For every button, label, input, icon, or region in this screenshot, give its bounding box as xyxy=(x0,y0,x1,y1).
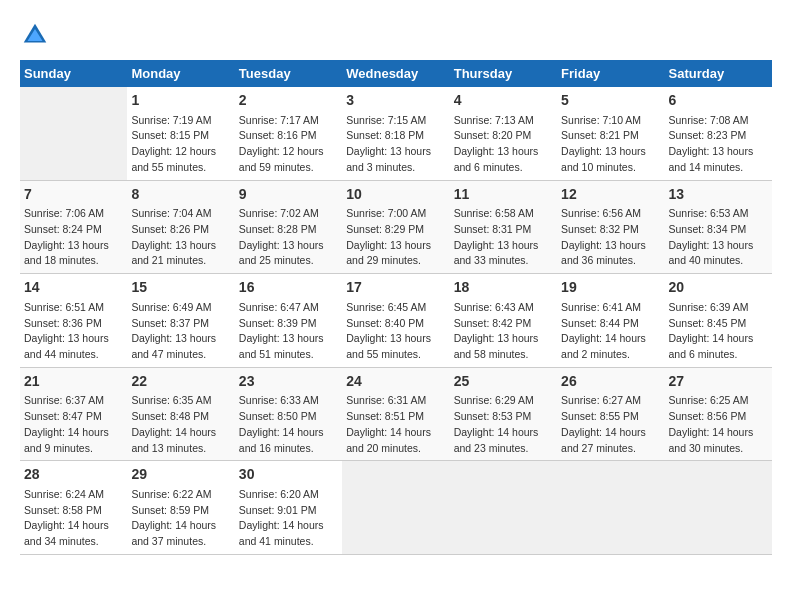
day-number: 27 xyxy=(669,372,768,392)
day-number: 30 xyxy=(239,465,338,485)
calendar-cell: 14Sunrise: 6:51 AMSunset: 8:36 PMDayligh… xyxy=(20,274,127,368)
day-number: 6 xyxy=(669,91,768,111)
calendar-cell: 24Sunrise: 6:31 AMSunset: 8:51 PMDayligh… xyxy=(342,367,449,461)
day-info: Sunrise: 7:02 AMSunset: 8:28 PMDaylight:… xyxy=(239,206,338,269)
header-day-sunday: Sunday xyxy=(20,60,127,87)
day-info: Sunrise: 6:37 AMSunset: 8:47 PMDaylight:… xyxy=(24,393,123,456)
day-number: 20 xyxy=(669,278,768,298)
header-day-friday: Friday xyxy=(557,60,664,87)
week-row-2: 14Sunrise: 6:51 AMSunset: 8:36 PMDayligh… xyxy=(20,274,772,368)
day-info: Sunrise: 6:47 AMSunset: 8:39 PMDaylight:… xyxy=(239,300,338,363)
day-info: Sunrise: 6:39 AMSunset: 8:45 PMDaylight:… xyxy=(669,300,768,363)
calendar-cell xyxy=(665,461,772,555)
calendar-cell: 25Sunrise: 6:29 AMSunset: 8:53 PMDayligh… xyxy=(450,367,557,461)
calendar-cell: 19Sunrise: 6:41 AMSunset: 8:44 PMDayligh… xyxy=(557,274,664,368)
day-number: 7 xyxy=(24,185,123,205)
day-number: 2 xyxy=(239,91,338,111)
week-row-3: 21Sunrise: 6:37 AMSunset: 8:47 PMDayligh… xyxy=(20,367,772,461)
day-number: 10 xyxy=(346,185,445,205)
day-number: 16 xyxy=(239,278,338,298)
day-info: Sunrise: 6:51 AMSunset: 8:36 PMDaylight:… xyxy=(24,300,123,363)
calendar-table: SundayMondayTuesdayWednesdayThursdayFrid… xyxy=(20,60,772,555)
calendar-cell: 23Sunrise: 6:33 AMSunset: 8:50 PMDayligh… xyxy=(235,367,342,461)
page-header xyxy=(20,20,772,50)
calendar-cell: 12Sunrise: 6:56 AMSunset: 8:32 PMDayligh… xyxy=(557,180,664,274)
header-row: SundayMondayTuesdayWednesdayThursdayFrid… xyxy=(20,60,772,87)
day-number: 4 xyxy=(454,91,553,111)
day-number: 9 xyxy=(239,185,338,205)
logo xyxy=(20,20,54,50)
day-number: 21 xyxy=(24,372,123,392)
calendar-cell: 21Sunrise: 6:37 AMSunset: 8:47 PMDayligh… xyxy=(20,367,127,461)
calendar-cell: 11Sunrise: 6:58 AMSunset: 8:31 PMDayligh… xyxy=(450,180,557,274)
day-info: Sunrise: 7:06 AMSunset: 8:24 PMDaylight:… xyxy=(24,206,123,269)
week-row-0: 1Sunrise: 7:19 AMSunset: 8:15 PMDaylight… xyxy=(20,87,772,180)
day-number: 8 xyxy=(131,185,230,205)
calendar-cell: 27Sunrise: 6:25 AMSunset: 8:56 PMDayligh… xyxy=(665,367,772,461)
day-info: Sunrise: 7:08 AMSunset: 8:23 PMDaylight:… xyxy=(669,113,768,176)
day-info: Sunrise: 6:24 AMSunset: 8:58 PMDaylight:… xyxy=(24,487,123,550)
day-info: Sunrise: 6:27 AMSunset: 8:55 PMDaylight:… xyxy=(561,393,660,456)
day-info: Sunrise: 6:56 AMSunset: 8:32 PMDaylight:… xyxy=(561,206,660,269)
day-number: 5 xyxy=(561,91,660,111)
calendar-cell: 9Sunrise: 7:02 AMSunset: 8:28 PMDaylight… xyxy=(235,180,342,274)
day-info: Sunrise: 6:31 AMSunset: 8:51 PMDaylight:… xyxy=(346,393,445,456)
week-row-4: 28Sunrise: 6:24 AMSunset: 8:58 PMDayligh… xyxy=(20,461,772,555)
calendar-cell: 17Sunrise: 6:45 AMSunset: 8:40 PMDayligh… xyxy=(342,274,449,368)
day-info: Sunrise: 6:41 AMSunset: 8:44 PMDaylight:… xyxy=(561,300,660,363)
calendar-cell: 10Sunrise: 7:00 AMSunset: 8:29 PMDayligh… xyxy=(342,180,449,274)
day-number: 25 xyxy=(454,372,553,392)
day-number: 1 xyxy=(131,91,230,111)
day-info: Sunrise: 6:35 AMSunset: 8:48 PMDaylight:… xyxy=(131,393,230,456)
calendar-body: 1Sunrise: 7:19 AMSunset: 8:15 PMDaylight… xyxy=(20,87,772,554)
header-day-saturday: Saturday xyxy=(665,60,772,87)
calendar-cell: 2Sunrise: 7:17 AMSunset: 8:16 PMDaylight… xyxy=(235,87,342,180)
day-info: Sunrise: 6:43 AMSunset: 8:42 PMDaylight:… xyxy=(454,300,553,363)
day-number: 29 xyxy=(131,465,230,485)
calendar-cell: 3Sunrise: 7:15 AMSunset: 8:18 PMDaylight… xyxy=(342,87,449,180)
day-number: 26 xyxy=(561,372,660,392)
calendar-cell: 13Sunrise: 6:53 AMSunset: 8:34 PMDayligh… xyxy=(665,180,772,274)
calendar-cell: 6Sunrise: 7:08 AMSunset: 8:23 PMDaylight… xyxy=(665,87,772,180)
day-info: Sunrise: 7:10 AMSunset: 8:21 PMDaylight:… xyxy=(561,113,660,176)
calendar-cell: 5Sunrise: 7:10 AMSunset: 8:21 PMDaylight… xyxy=(557,87,664,180)
day-info: Sunrise: 6:22 AMSunset: 8:59 PMDaylight:… xyxy=(131,487,230,550)
day-info: Sunrise: 7:17 AMSunset: 8:16 PMDaylight:… xyxy=(239,113,338,176)
day-number: 15 xyxy=(131,278,230,298)
day-info: Sunrise: 7:19 AMSunset: 8:15 PMDaylight:… xyxy=(131,113,230,176)
calendar-cell: 29Sunrise: 6:22 AMSunset: 8:59 PMDayligh… xyxy=(127,461,234,555)
calendar-cell xyxy=(20,87,127,180)
day-info: Sunrise: 6:45 AMSunset: 8:40 PMDaylight:… xyxy=(346,300,445,363)
calendar-cell: 20Sunrise: 6:39 AMSunset: 8:45 PMDayligh… xyxy=(665,274,772,368)
logo-icon xyxy=(20,20,50,50)
calendar-cell xyxy=(342,461,449,555)
calendar-cell xyxy=(450,461,557,555)
day-info: Sunrise: 6:58 AMSunset: 8:31 PMDaylight:… xyxy=(454,206,553,269)
calendar-cell: 30Sunrise: 6:20 AMSunset: 9:01 PMDayligh… xyxy=(235,461,342,555)
day-number: 3 xyxy=(346,91,445,111)
day-info: Sunrise: 6:53 AMSunset: 8:34 PMDaylight:… xyxy=(669,206,768,269)
day-number: 13 xyxy=(669,185,768,205)
calendar-cell: 4Sunrise: 7:13 AMSunset: 8:20 PMDaylight… xyxy=(450,87,557,180)
day-number: 28 xyxy=(24,465,123,485)
day-number: 12 xyxy=(561,185,660,205)
calendar-cell: 18Sunrise: 6:43 AMSunset: 8:42 PMDayligh… xyxy=(450,274,557,368)
day-info: Sunrise: 6:49 AMSunset: 8:37 PMDaylight:… xyxy=(131,300,230,363)
calendar-cell xyxy=(557,461,664,555)
day-info: Sunrise: 7:00 AMSunset: 8:29 PMDaylight:… xyxy=(346,206,445,269)
header-day-monday: Monday xyxy=(127,60,234,87)
day-number: 19 xyxy=(561,278,660,298)
day-number: 11 xyxy=(454,185,553,205)
calendar-cell: 26Sunrise: 6:27 AMSunset: 8:55 PMDayligh… xyxy=(557,367,664,461)
day-info: Sunrise: 7:15 AMSunset: 8:18 PMDaylight:… xyxy=(346,113,445,176)
calendar-cell: 28Sunrise: 6:24 AMSunset: 8:58 PMDayligh… xyxy=(20,461,127,555)
day-number: 22 xyxy=(131,372,230,392)
header-day-thursday: Thursday xyxy=(450,60,557,87)
day-info: Sunrise: 6:20 AMSunset: 9:01 PMDaylight:… xyxy=(239,487,338,550)
day-number: 14 xyxy=(24,278,123,298)
calendar-header: SundayMondayTuesdayWednesdayThursdayFrid… xyxy=(20,60,772,87)
calendar-cell: 22Sunrise: 6:35 AMSunset: 8:48 PMDayligh… xyxy=(127,367,234,461)
week-row-1: 7Sunrise: 7:06 AMSunset: 8:24 PMDaylight… xyxy=(20,180,772,274)
day-info: Sunrise: 6:33 AMSunset: 8:50 PMDaylight:… xyxy=(239,393,338,456)
calendar-cell: 15Sunrise: 6:49 AMSunset: 8:37 PMDayligh… xyxy=(127,274,234,368)
